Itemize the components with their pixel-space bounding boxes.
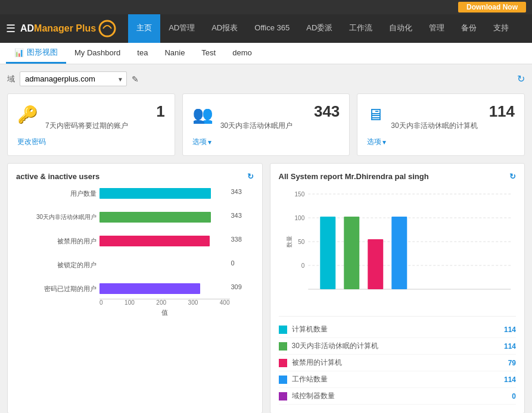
svg-text:0: 0 — [301, 262, 304, 269]
stat-label-2: 30天内非活动休眠用户 — [220, 121, 340, 131]
bar-outer-5 — [99, 283, 230, 294]
bar-label-4: 被锁定的用户 — [22, 261, 97, 270]
svg-rect-13 — [368, 239, 383, 289]
bar-outer-1 — [99, 188, 230, 199]
stat-card-inactive-users: 👥 343 30天内非活动休眠用户 选项 ▾ — [182, 93, 350, 156]
domain-label: 域 — [7, 74, 15, 85]
legend-color-5 — [279, 392, 287, 401]
bar-chart-header: active & inactive users ↻ — [16, 172, 254, 181]
stats-row: 🔑 1 7天内密码将要过期的账户 更改密码 👥 343 30天内非活动休眠用户 … — [7, 93, 525, 156]
nav-item-ad-report[interactable]: AD报表 — [203, 14, 246, 43]
legend-value-1: 114 — [498, 326, 516, 334]
chevron-down-icon-2: ▾ — [382, 138, 386, 146]
bar-inner-5 — [99, 283, 200, 294]
legend-label-4: 工作站数量 — [292, 374, 499, 384]
svg-text:数量: 数量 — [286, 236, 293, 248]
bar-x-axis: 0 100 200 300 400 — [99, 299, 230, 306]
v-chart-svg: 150 100 50 0 数量 — [279, 188, 517, 307]
bar-label-5: 密码已过期的用户 — [22, 284, 97, 293]
bar-inner-2 — [99, 212, 211, 223]
bar-chart-refresh[interactable]: ↻ — [247, 172, 254, 181]
bar-label-1: 用户数量 — [22, 189, 97, 198]
stat-label-1: 7天内密码将要过期的账户 — [45, 121, 165, 131]
sub-nav-my-dashboard[interactable]: My Dashbord — [66, 43, 129, 64]
hamburger-icon[interactable]: ☰ — [6, 22, 15, 35]
stat-info-3: 114 30天内非活动休眠的计算机 — [391, 102, 515, 131]
nav-item-ad-delegate[interactable]: AD委派 — [298, 14, 341, 43]
stat-info-2: 343 30天内非活动休眠用户 — [220, 102, 340, 131]
stat-card-inactive-computers: 🖥 114 30天内非活动休眠的计算机 选项 ▾ — [357, 93, 525, 156]
inactive-computers-action[interactable]: 选项 ▾ — [367, 137, 515, 147]
nav-item-support[interactable]: 支持 — [485, 14, 517, 43]
svg-rect-12 — [344, 217, 359, 289]
bar-value-4: 0 — [231, 259, 248, 267]
x-label-200: 200 — [156, 299, 166, 306]
legend-value-4: 114 — [498, 376, 516, 384]
users-icon: 👥 — [192, 105, 213, 124]
computer-icon: 🖥 — [367, 105, 384, 124]
nav-item-workflow[interactable]: 工作流 — [341, 14, 381, 43]
inactive-users-action[interactable]: 选项 ▾ — [192, 137, 340, 147]
edit-icon[interactable]: ✎ — [132, 74, 139, 84]
bar-row-3: 被禁用的用户 338 — [99, 236, 230, 246]
stat-number-3: 114 — [391, 102, 515, 121]
bar-value-1: 343 — [231, 188, 248, 195]
svg-point-0 — [99, 21, 115, 36]
sub-nav-demo[interactable]: demo — [224, 43, 260, 64]
domain-bar: 域 admanagerplus.com ✎ ↻ — [7, 71, 525, 86]
stat-number-2: 343 — [220, 102, 340, 121]
sub-nav-nanie[interactable]: Nanie — [156, 43, 193, 64]
bar-inner-1 — [99, 188, 211, 199]
chevron-down-icon-1: ▾ — [208, 138, 211, 146]
stat-info: 1 7天内密码将要过期的账户 — [45, 102, 165, 131]
logo-area: ☰ ADManager Plus — [6, 20, 116, 37]
bar-chart-title: active & inactive users — [16, 172, 99, 181]
header: ☰ ADManager Plus 主页 AD管理 AD报表 Office 365… — [0, 14, 532, 43]
content: 域 admanagerplus.com ✎ ↻ 🔑 1 7天内密码将要过期的账户… — [0, 64, 532, 413]
legend-label-1: 计算机数量 — [292, 324, 499, 334]
svg-rect-11 — [320, 217, 335, 289]
bar-x-axis-label: 值 — [99, 308, 230, 317]
bar-value-5: 309 — [231, 283, 248, 290]
sub-nav-test[interactable]: Test — [193, 43, 224, 64]
nav-item-office365[interactable]: Office 365 — [246, 14, 298, 43]
legend-value-2: 114 — [498, 342, 516, 351]
nav-item-automation[interactable]: 自动化 — [381, 14, 421, 43]
legend-label-5: 域控制器数量 — [292, 391, 499, 401]
bar-row-4: 被锁定的用户 0 — [99, 259, 230, 270]
x-label-0: 0 — [99, 299, 103, 306]
logo-plus: Manager Plus — [34, 23, 96, 33]
change-password-link[interactable]: 更改密码 — [17, 137, 165, 147]
key-icon: 🔑 — [17, 105, 38, 124]
stat-card-top: 🔑 1 7天内密码将要过期的账户 — [17, 102, 165, 131]
bar-outer-2 — [99, 212, 230, 223]
nav-item-admin[interactable]: 管理 — [421, 14, 453, 43]
logo-icon — [98, 20, 116, 37]
download-button[interactable]: Download Now — [458, 2, 526, 12]
bar-label-2: 30天内非活动休眠用户 — [22, 213, 97, 221]
sub-nav-chart-view[interactable]: 📊 图形视图 — [6, 43, 66, 64]
domain-select[interactable]: admanagerplus.com — [20, 71, 127, 86]
stat-card-top-3: 🖥 114 30天内非活动休眠的计算机 — [367, 102, 515, 131]
legend-row-4: 工作站数量 114 — [279, 371, 517, 388]
nav-item-home[interactable]: 主页 — [128, 14, 160, 43]
v-chart-header: All System report Mr.Dhirendra pal singh… — [279, 172, 517, 181]
nav-item-ad-manage[interactable]: AD管理 — [160, 14, 203, 43]
v-chart-area: 150 100 50 0 数量 — [279, 188, 517, 309]
stat-card-expiring-passwords: 🔑 1 7天内密码将要过期的账户 更改密码 — [7, 93, 175, 156]
legend-row-5: 域控制器数量 0 — [279, 388, 517, 405]
bar-chart-card: active & inactive users ↻ 用户数量 343 30天内非… — [7, 163, 263, 413]
bar-row-1: 用户数量 343 — [99, 188, 230, 199]
bar-outer-4 — [99, 259, 230, 270]
svg-text:50: 50 — [298, 239, 305, 245]
svg-text:100: 100 — [294, 215, 304, 221]
bar-outer-3 — [99, 236, 230, 246]
v-chart-refresh[interactable]: ↻ — [509, 172, 516, 181]
sub-nav-tea[interactable]: tea — [129, 43, 156, 64]
svg-rect-14 — [391, 217, 407, 289]
legend-row-1: 计算机数量 114 — [279, 321, 517, 338]
nav-item-backup[interactable]: 备份 — [453, 14, 485, 43]
legend-value-3: 79 — [498, 359, 516, 367]
refresh-icon[interactable]: ↻ — [517, 73, 525, 85]
bar-value-2: 343 — [231, 212, 248, 219]
